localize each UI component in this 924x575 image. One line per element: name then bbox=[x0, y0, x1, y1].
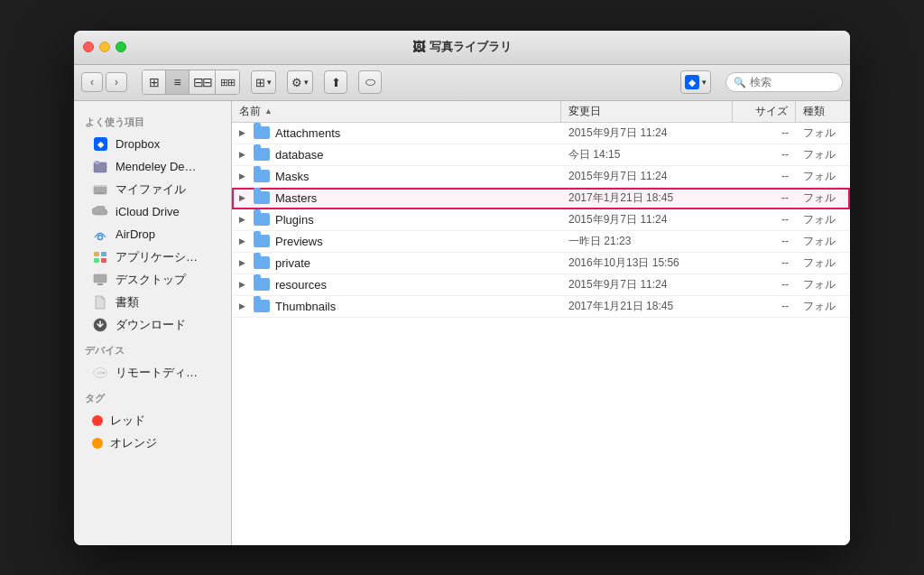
file-name-text: Previews bbox=[275, 235, 323, 248]
search-box[interactable]: 🔍 bbox=[725, 72, 843, 92]
sidebar-item-desktop[interactable]: デスクトップ bbox=[78, 269, 227, 291]
expand-arrow: ▶ bbox=[239, 193, 248, 202]
expand-arrow: ▶ bbox=[239, 128, 248, 137]
back-button[interactable]: ‹ bbox=[81, 72, 103, 92]
titlebar: 🖼 写真ライブラリ bbox=[74, 31, 850, 65]
sidebar-item-docs[interactable]: 書類 bbox=[78, 292, 227, 313]
table-row[interactable]: ▶ Masters 2017年1月21日 18:45 -- フォル bbox=[232, 188, 850, 209]
share-button[interactable]: ⬆ bbox=[324, 70, 347, 94]
file-name-cell: ▶ Plugins bbox=[232, 213, 561, 227]
table-row[interactable]: ▶ Plugins 2015年9月7日 11:24 -- フォル bbox=[232, 209, 850, 231]
cover-view-button[interactable]: ⊞⊞ bbox=[216, 70, 239, 94]
sidebar-downloads-label: ダウンロード bbox=[116, 317, 186, 333]
file-name-text: resources bbox=[275, 278, 327, 292]
list-view-button[interactable]: ≡ bbox=[166, 70, 189, 94]
sidebar-item-remote[interactable]: リモートディ… bbox=[78, 362, 227, 384]
downloads-icon bbox=[92, 317, 108, 333]
dropbox-icon: ◆ bbox=[685, 75, 699, 89]
finder-window: 🖼 写真ライブラリ ‹ › ⊞ ≡ ⊟⊟ ⊞⊞ ⊞ ▾ ⚙ bbox=[74, 31, 850, 545]
sidebar-item-icloud[interactable]: iCloud Drive bbox=[78, 201, 227, 223]
column-view-button[interactable]: ⊟⊟ bbox=[189, 70, 216, 94]
expand-arrow: ▶ bbox=[239, 258, 248, 267]
sidebar-myfiles-label: マイファイル bbox=[116, 181, 186, 198]
table-row[interactable]: ▶ database 今日 14:15 -- フォル bbox=[232, 144, 850, 166]
expand-arrow: ▶ bbox=[239, 301, 248, 311]
svg-point-15 bbox=[97, 371, 104, 375]
forward-button[interactable]: › bbox=[106, 72, 127, 92]
file-date-cell: 2017年1月21日 18:45 bbox=[561, 299, 733, 314]
file-name-cell: ▶ Attachments bbox=[232, 126, 561, 140]
file-size-cell: -- bbox=[733, 235, 796, 247]
file-size-cell: -- bbox=[733, 300, 796, 312]
icloud-icon bbox=[92, 204, 108, 220]
svg-rect-6 bbox=[94, 252, 99, 256]
search-input[interactable] bbox=[750, 76, 835, 88]
close-button[interactable] bbox=[83, 42, 94, 52]
table-row[interactable]: ▶ private 2016年10月13日 15:56 -- フォル bbox=[232, 253, 850, 274]
sidebar-item-apps[interactable]: アプリケーシ… bbox=[78, 246, 227, 268]
link-button[interactable]: ⬭ bbox=[358, 70, 382, 94]
remote-disk-icon bbox=[92, 365, 108, 381]
sidebar-item-orange-tag[interactable]: オレンジ bbox=[78, 432, 227, 454]
view-options-icon: ⊞ bbox=[255, 76, 265, 89]
sidebar: よく使う項目 ◆ Dropbox Mendeley De… bbox=[74, 101, 232, 545]
sidebar-item-myfiles[interactable]: マイファイル bbox=[78, 179, 227, 200]
myfiles-icon bbox=[92, 181, 108, 198]
red-tag-dot bbox=[92, 415, 103, 426]
expand-arrow: ▶ bbox=[239, 150, 248, 159]
table-row[interactable]: ▶ Attachments 2015年9月7日 11:24 -- フォル bbox=[232, 123, 850, 144]
table-row[interactable]: ▶ Masks 2015年9月7日 11:24 -- フォル bbox=[232, 166, 850, 188]
file-date-cell: 今日 14:15 bbox=[561, 147, 733, 162]
expand-arrow: ▶ bbox=[239, 236, 248, 246]
sidebar-dropbox-label: Dropbox bbox=[116, 137, 160, 151]
view-options-dropdown[interactable]: ⊞ ▾ bbox=[251, 70, 276, 94]
sidebar-item-mendeley[interactable]: Mendeley De… bbox=[78, 156, 227, 178]
sidebar-mendeley-label: Mendeley De… bbox=[116, 160, 197, 173]
file-name-text: private bbox=[275, 256, 310, 270]
view-options-arrow: ▾ bbox=[267, 78, 272, 87]
traffic-lights bbox=[83, 42, 126, 52]
svg-rect-1 bbox=[95, 161, 99, 164]
icon-view-button[interactable]: ⊞ bbox=[143, 70, 166, 94]
col-kind[interactable]: 種類 bbox=[796, 101, 850, 122]
sort-arrow: ▲ bbox=[264, 107, 273, 116]
minimize-button[interactable] bbox=[99, 42, 110, 52]
sidebar-item-red-tag[interactable]: レッド bbox=[78, 410, 227, 431]
file-name-text: Thumbnails bbox=[275, 300, 336, 313]
sidebar-item-dropbox[interactable]: ◆ Dropbox bbox=[78, 134, 227, 155]
title-text: 写真ライブラリ bbox=[430, 39, 512, 55]
col-size[interactable]: サイズ bbox=[733, 101, 796, 122]
file-date-cell: 一昨日 21:23 bbox=[561, 234, 733, 249]
dropbox-button[interactable]: ◆ ▾ bbox=[680, 70, 711, 94]
maximize-button[interactable] bbox=[116, 42, 126, 52]
file-size-cell: -- bbox=[733, 213, 796, 226]
file-date-cell: 2015年9月7日 11:24 bbox=[561, 277, 733, 292]
share-icon: ⬆ bbox=[331, 76, 341, 89]
mendeley-icon bbox=[92, 159, 108, 175]
file-name-text: Plugins bbox=[275, 213, 314, 227]
file-name-cell: ▶ database bbox=[232, 148, 561, 162]
table-row[interactable]: ▶ resources 2015年9月7日 11:24 -- フォル bbox=[232, 274, 850, 296]
file-name-cell: ▶ Previews bbox=[232, 235, 561, 248]
action-button[interactable]: ⚙ ▾ bbox=[287, 70, 313, 94]
dropbox-arrow: ▾ bbox=[702, 78, 707, 87]
folder-icon bbox=[254, 235, 270, 247]
col-modified[interactable]: 変更日 bbox=[561, 101, 733, 122]
file-kind-cell: フォル bbox=[796, 255, 850, 271]
action-icon: ⚙ bbox=[291, 76, 302, 89]
search-icon: 🔍 bbox=[734, 77, 746, 88]
orange-tag-dot bbox=[92, 438, 103, 449]
folder-icon bbox=[254, 191, 270, 204]
sidebar-item-downloads[interactable]: ダウンロード bbox=[78, 314, 227, 336]
devices-section-title: デバイス bbox=[74, 337, 231, 361]
col-name[interactable]: 名前 ▲ bbox=[232, 101, 561, 122]
table-row[interactable]: ▶ Previews 一昨日 21:23 -- フォル bbox=[232, 231, 850, 253]
svg-point-16 bbox=[103, 372, 105, 374]
folder-icon bbox=[254, 170, 270, 182]
apps-icon bbox=[92, 249, 108, 265]
folder-icon bbox=[254, 278, 270, 291]
table-row[interactable]: ▶ Thumbnails 2017年1月21日 18:45 -- フォル bbox=[232, 296, 850, 318]
svg-rect-7 bbox=[101, 252, 106, 256]
sidebar-item-airdrop[interactable]: AirDrop bbox=[78, 224, 227, 246]
file-date-cell: 2017年1月21日 18:45 bbox=[561, 190, 733, 206]
